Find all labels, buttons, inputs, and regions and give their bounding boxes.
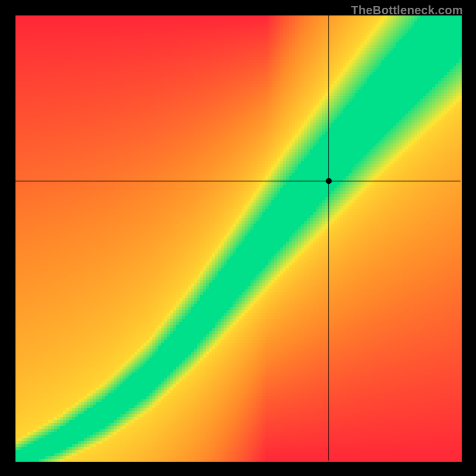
bottleneck-heatmap (0, 0, 476, 476)
watermark-text: TheBottleneck.com (351, 4, 463, 17)
